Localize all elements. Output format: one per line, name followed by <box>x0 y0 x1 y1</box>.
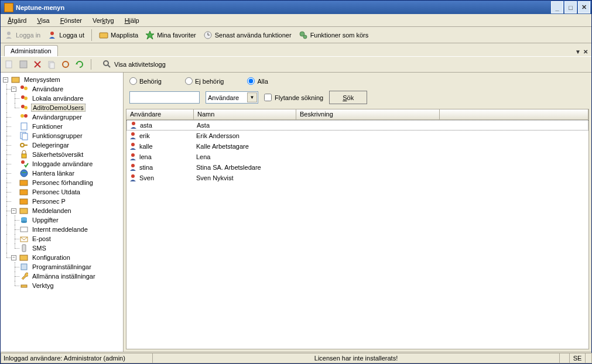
table-row[interactable]: SvenSven Nykvist <box>126 173 588 183</box>
svg-point-31 <box>20 143 24 147</box>
svg-point-25 <box>24 106 28 109</box>
tab-dropdown-icon[interactable]: ▼ <box>575 49 581 55</box>
titlebar: Neptune-menyn _ □ ✕ <box>1 1 591 14</box>
users-icon <box>19 94 29 103</box>
tree-sms[interactable]: SMS <box>2 243 122 253</box>
table-row[interactable]: kalleKalle Arbetstagare <box>126 141 588 152</box>
resize-grip[interactable] <box>585 353 592 363</box>
folder-list-button[interactable]: Mapplista <box>99 30 138 40</box>
folder-icon <box>99 30 108 40</box>
svg-point-50 <box>131 132 135 136</box>
tree-general-settings[interactable]: Allmänna inställningar <box>2 272 122 281</box>
menu-tools[interactable]: Verktyg <box>88 15 119 26</box>
tree-aditro-demo-users[interactable]: AditroDemoUsers <box>2 103 122 112</box>
show-activity-log-button[interactable]: Visa aktivitetslogg <box>97 58 171 71</box>
tree-email[interactable]: E-post <box>2 234 122 243</box>
link-icon[interactable] <box>60 59 71 70</box>
maximize-button[interactable]: □ <box>564 1 577 13</box>
tree-internal-message[interactable]: Internt meddelande <box>2 225 122 234</box>
status-bar: Inloggad användare: Administrator (admin… <box>1 352 591 363</box>
table-row[interactable]: stinaStina SA. Arbetsledare <box>126 162 588 173</box>
tree-personec-forhandling[interactable]: Personec förhandling <box>2 178 122 187</box>
app-window: Neptune-menyn _ □ ✕ Åtgärd Visa Fönster … <box>0 0 592 364</box>
svg-point-49 <box>132 122 135 125</box>
svg-line-18 <box>108 65 110 67</box>
message-icon <box>19 225 29 234</box>
tree-personec-utdata[interactable]: Personec Utdata <box>2 187 122 197</box>
menu-action-label: tgärd <box>12 17 26 24</box>
tree-tasks[interactable]: Uppgifter <box>2 215 122 225</box>
search-icon <box>102 60 112 69</box>
minimize-button[interactable]: _ <box>551 1 563 13</box>
radio-authorized[interactable]: Behörig <box>129 77 162 85</box>
window-title: Neptune-menyn <box>16 4 64 11</box>
tree-configuration[interactable]: − Konfiguration <box>2 253 122 262</box>
tree-messages[interactable]: − Meddelanden <box>2 206 122 215</box>
tab-administration[interactable]: Administration <box>4 45 58 56</box>
refresh-icon[interactable] <box>74 59 85 70</box>
tree-tools[interactable]: Verktyg <box>2 281 122 290</box>
tree-users[interactable]: − Användare <box>2 84 122 94</box>
floating-search-checkbox[interactable]: Flytande sökning <box>264 94 323 101</box>
running-button[interactable]: Funktioner som körs <box>299 30 369 40</box>
save-icon[interactable] <box>18 59 29 70</box>
login-button[interactable]: Logga in <box>4 30 40 40</box>
folder-icon <box>19 253 29 262</box>
tab-close-icon[interactable]: ✕ <box>583 49 588 55</box>
user-icon <box>129 121 138 129</box>
svg-point-8 <box>303 35 307 39</box>
clock-icon <box>203 30 213 40</box>
tree-functions[interactable]: Funktioner <box>2 122 122 131</box>
tree-logged-in-users[interactable]: Inloggade användare <box>2 159 122 169</box>
tree-security-overview[interactable]: Säkerhetsöversikt <box>2 150 122 159</box>
table-body: astaAstaerikErik AnderssonkalleKalle Arb… <box>126 120 588 183</box>
collapse-icon[interactable]: − <box>11 208 16 214</box>
tool-icon <box>19 281 29 290</box>
new-icon[interactable] <box>4 59 15 70</box>
tree-manage-links[interactable]: Hantera länkar <box>2 169 122 178</box>
table-row[interactable]: erikErik Andersson <box>126 131 588 141</box>
menu-action[interactable]: Åtgärd <box>3 15 31 26</box>
logout-button[interactable]: Logga ut <box>47 30 84 40</box>
delete-icon[interactable] <box>32 59 43 70</box>
col-description[interactable]: Beskrivning <box>296 109 440 119</box>
type-select[interactable]: Användare ▼ <box>206 91 258 104</box>
col-user[interactable]: Användare <box>126 109 194 119</box>
collapse-icon[interactable]: − <box>3 77 8 83</box>
tree-delegations[interactable]: Delegeringar <box>2 140 122 150</box>
table-row[interactable]: lenaLena <box>126 152 588 162</box>
table-row[interactable]: astaAsta <box>126 120 588 131</box>
svg-rect-10 <box>20 61 27 68</box>
table-header: Användare Namn Beskrivning <box>126 109 588 120</box>
tree-user-groups[interactable]: Användargrupper <box>2 112 122 122</box>
search-input[interactable] <box>129 91 200 104</box>
svg-rect-48 <box>21 285 27 287</box>
content-panel: Behörig Ej behörig Alla Användare ▼ Flyt… <box>124 73 591 352</box>
svg-point-17 <box>104 61 108 66</box>
radio-unauthorized[interactable]: Ej behörig <box>185 77 224 85</box>
menu-window[interactable]: Fönster <box>56 15 87 26</box>
close-button[interactable]: ✕ <box>578 1 590 13</box>
pages-icon <box>19 131 29 140</box>
tab-label: Administration <box>11 47 52 54</box>
menu-help[interactable]: Hjälp <box>120 15 144 26</box>
recent-button[interactable]: Senast använda funktioner <box>203 30 292 40</box>
collapse-icon[interactable]: − <box>11 87 16 92</box>
tree-function-groups[interactable]: Funktionsgrupper <box>2 131 122 140</box>
collapse-icon[interactable]: − <box>11 255 16 260</box>
svg-rect-28 <box>21 123 27 130</box>
tree-local-users[interactable]: Lokala användare <box>2 94 122 103</box>
radio-all[interactable]: Alla <box>247 77 268 85</box>
col-name[interactable]: Namn <box>194 109 296 119</box>
copy-icon[interactable] <box>46 59 57 70</box>
svg-point-23 <box>24 97 28 100</box>
tree-personec-p[interactable]: Personec P <box>2 197 122 206</box>
menu-view[interactable]: Visa <box>32 15 54 26</box>
search-button[interactable]: Sök <box>329 91 367 104</box>
tree-program-settings[interactable]: Programinställningar <box>2 262 122 272</box>
tree-root[interactable]: − Menysystem <box>2 75 122 84</box>
main-toolbar: Logga in Logga ut Mapplista Mina favorit… <box>1 27 591 43</box>
group-icon <box>19 112 29 122</box>
favorites-button[interactable]: Mina favoriter <box>145 30 196 40</box>
svg-rect-14 <box>50 63 54 68</box>
